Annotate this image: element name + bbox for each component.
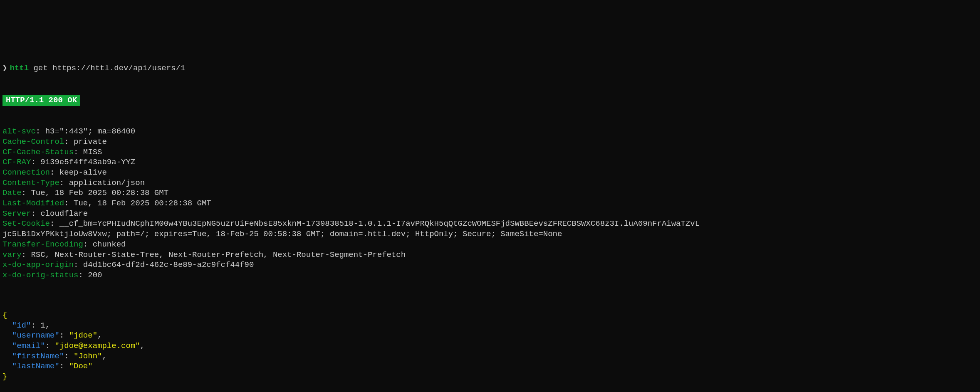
header-value: Tue, 18 Feb 2025 00:28:38 GMT: [31, 188, 168, 197]
header-value: d4d1bc64-df2d-462c-8e89-a2c9fcf44f90: [83, 260, 254, 269]
header-key: Connection: [2, 168, 50, 177]
header-line: Last-Modified: Tue, 18 Feb 2025 00:28:38…: [2, 198, 978, 209]
header-key: vary: [2, 250, 22, 259]
json-property-line: "id": 1,: [2, 321, 978, 331]
header-line: Date: Tue, 18 Feb 2025 00:28:38 GMT: [2, 188, 978, 198]
header-separator: :: [50, 168, 59, 177]
json-key: "id": [12, 321, 31, 330]
json-indent: [2, 331, 12, 340]
json-separator: :: [64, 352, 74, 361]
header-key: Server: [2, 209, 31, 218]
json-key: "email": [12, 341, 45, 350]
header-separator: :: [31, 209, 40, 218]
json-indent: [2, 341, 12, 350]
json-property-line: "lastName": "Doe": [2, 361, 978, 372]
json-value: 1: [40, 321, 45, 330]
header-value: Tue, 18 Feb 2025 00:28:38 GMT: [74, 199, 211, 208]
json-indent: [2, 321, 12, 330]
json-close-brace: }: [2, 372, 7, 381]
header-separator: :: [74, 148, 83, 157]
header-separator: :: [50, 219, 59, 228]
header-separator: :: [22, 188, 31, 197]
header-line: Transfer-Encoding: chunked: [2, 239, 978, 250]
json-key: "username": [12, 331, 59, 340]
json-key: "lastName": [12, 362, 59, 371]
header-key: Cache-Control: [2, 137, 64, 146]
header-line: CF-Cache-Status: MISS: [2, 147, 978, 158]
json-separator: :: [59, 362, 69, 371]
header-key: Transfer-Encoding: [2, 240, 83, 249]
header-value: private: [74, 137, 107, 146]
header-separator: :: [36, 127, 45, 136]
terminal-output: ❯httl get https://httl.dev/api/users/1 H…: [2, 43, 978, 392]
http-status-badge: HTTP/1.1 200 OK: [2, 95, 80, 106]
status-line: HTTP/1.1 200 OK: [2, 94, 978, 106]
json-open-brace: {: [2, 311, 7, 320]
header-value: 200: [88, 271, 102, 280]
header-key: Set-Cookie: [2, 219, 50, 228]
header-value: MISS: [83, 148, 102, 157]
header-line: x-do-app-origin: d4d1bc64-df2d-462c-8e89…: [2, 260, 978, 270]
header-line: alt-svc: h3=":443"; ma=86400: [2, 126, 978, 137]
header-line: CF-RAY: 9139e5f4ff43ab9a-YYZ: [2, 157, 978, 168]
header-key: CF-RAY: [2, 158, 31, 167]
header-value: __cf_bm=YcPHIudNCphIM00w4YBu3EpNG5uzrUiF…: [59, 219, 700, 228]
command-name: httl: [10, 63, 29, 74]
header-value: application/json: [69, 178, 145, 187]
header-value: keep-alive: [59, 168, 107, 177]
json-comma: ,: [102, 352, 106, 361]
header-key: Content-Type: [2, 178, 59, 187]
header-key: Date: [2, 188, 22, 197]
json-property-line: "email": "jdoe@example.com",: [2, 341, 978, 351]
header-separator: :: [64, 137, 74, 146]
json-separator: :: [31, 321, 40, 330]
json-key: "firstName": [12, 352, 64, 361]
json-property-line: "firstName": "John",: [2, 351, 978, 362]
header-separator: :: [31, 158, 40, 167]
json-indent: [2, 362, 12, 371]
header-separator: :: [74, 260, 83, 269]
header-value: 9139e5f4ff43ab9a-YYZ: [40, 158, 135, 167]
header-separator: :: [22, 250, 31, 259]
header-line: x-do-orig-status: 200: [2, 270, 978, 281]
json-value: "John": [74, 352, 102, 361]
header-line: vary: RSC, Next-Router-State-Tree, Next-…: [2, 250, 978, 260]
json-separator: :: [59, 331, 69, 340]
json-separator: :: [45, 341, 55, 350]
header-value-continuation: jc5LB1DxYPKktjloUw8Vxw; path=/; expires=…: [2, 229, 562, 239]
header-separator: :: [59, 178, 69, 187]
header-line: Cache-Control: private: [2, 137, 978, 147]
header-key: alt-svc: [2, 127, 36, 136]
header-value: RSC, Next-Router-State-Tree, Next-Router…: [31, 250, 406, 259]
response-body: { "id": 1, "username": "jdoe", "email": …: [2, 310, 978, 382]
header-separator: :: [64, 199, 74, 208]
json-value: "jdoe@example.com": [54, 341, 140, 350]
header-line: Content-Type: application/json: [2, 178, 978, 188]
header-key: Last-Modified: [2, 199, 64, 208]
json-property-line: "username": "jdoe",: [2, 330, 978, 341]
command-args: get https://httl.dev/api/users/1: [29, 63, 185, 74]
prompt-symbol: ❯: [2, 63, 7, 74]
header-key: x-do-orig-status: [2, 271, 78, 280]
header-value: chunked: [93, 240, 126, 249]
header-key: x-do-app-origin: [2, 260, 74, 269]
json-value: "Doe": [69, 362, 93, 371]
header-line: Set-Cookie: __cf_bm=YcPHIudNCphIM00w4YBu…: [2, 219, 978, 229]
header-line: Server: cloudflare: [2, 209, 978, 219]
json-value: "jdoe": [69, 331, 97, 340]
json-comma: ,: [45, 321, 50, 330]
header-separator: :: [78, 271, 88, 280]
header-line: Connection: keep-alive: [2, 168, 978, 178]
command-prompt-line: ❯httl get https://httl.dev/api/users/1: [2, 63, 978, 74]
json-comma: ,: [97, 331, 102, 340]
header-separator: :: [83, 240, 93, 249]
header-value: h3=":443"; ma=86400: [45, 127, 136, 136]
response-headers: alt-svc: h3=":443"; ma=86400Cache-Contro…: [2, 126, 978, 280]
header-line-continuation: jc5LB1DxYPKktjloUw8Vxw; path=/; expires=…: [2, 229, 978, 239]
json-indent: [2, 352, 12, 361]
json-comma: ,: [140, 341, 145, 350]
header-value: cloudflare: [40, 209, 88, 218]
header-key: CF-Cache-Status: [2, 148, 74, 157]
